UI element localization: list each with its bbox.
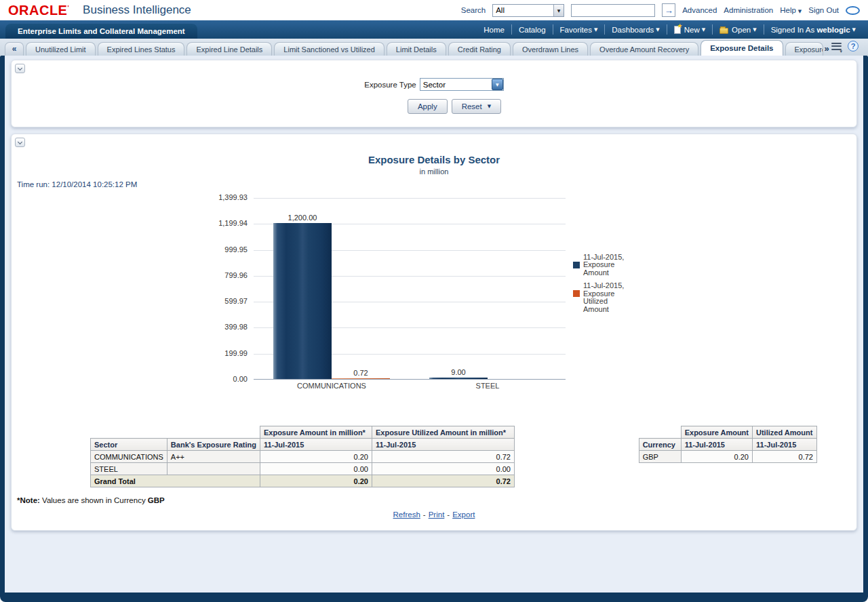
new-page-icon xyxy=(674,26,681,34)
tab-exposure-details-active[interactable]: Exposure Details xyxy=(701,40,783,56)
nav-home[interactable]: Home xyxy=(477,26,511,34)
group-header-exposure-amount: Exposure Amount in million* xyxy=(260,426,372,439)
y-axis-tick: 999.95 xyxy=(12,245,248,254)
bar-value-label: 0.72 xyxy=(318,369,403,377)
exposure-type-select[interactable]: Sector xyxy=(420,78,504,91)
signed-in-user: weblogic xyxy=(816,26,850,34)
tab-expired-line-details[interactable]: Expired Line Details xyxy=(186,42,272,56)
table-row: STEEL 0.00 0.00 xyxy=(91,463,515,475)
table-row: COMMUNICATIONS A++ 0.20 0.72 xyxy=(91,451,515,463)
legend-entry: 11-Jul-2015, Exposure Amount xyxy=(573,254,629,277)
report-panel: Exposure Details by Sector in million Ti… xyxy=(11,134,857,531)
navbar: Enterprise Limits and Collateral Managem… xyxy=(0,20,868,39)
bar-communications[interactable] xyxy=(273,223,332,379)
y-axis-tick: 599.97 xyxy=(12,297,248,305)
gridline xyxy=(254,198,566,199)
tab-limit-sanctioned-vs-utilized[interactable]: Limit Sanctioned vs Utilized xyxy=(274,42,384,56)
grand-total-row: Grand Total 0.20 0.72 xyxy=(91,475,515,487)
help-icon[interactable] xyxy=(848,41,859,52)
exposure-type-dropdown-icon[interactable] xyxy=(492,79,503,90)
exposure-type-label: Exposure Type xyxy=(364,81,416,89)
tabs-scroll-left-button[interactable]: « xyxy=(5,42,24,56)
signed-in-menu[interactable]: Signed In As weblogic xyxy=(764,26,863,34)
administration-link[interactable]: Administration xyxy=(724,6,773,14)
nav-catalog[interactable]: Catalog xyxy=(512,26,553,34)
sector-table-header-row: Sector Bank's Exposure Rating 11-Jul-201… xyxy=(91,439,515,451)
bar-communications[interactable] xyxy=(332,378,390,380)
currency-table: Exposure Amount Utilized Amount Currency… xyxy=(639,426,817,463)
search-go-button[interactable]: → xyxy=(662,3,675,17)
sector-table: Exposure Amount in million* Exposure Uti… xyxy=(90,426,515,487)
y-axis-tick: 799.96 xyxy=(12,271,248,279)
y-axis-tick: 1,399.93 xyxy=(12,193,248,201)
dashboard-content: Exposure Type Sector Apply Reset Exposur… xyxy=(0,56,868,602)
y-axis-tick: 1,199.94 xyxy=(12,219,248,227)
bar-steel[interactable] xyxy=(429,378,488,379)
chart-subtitle: in million xyxy=(12,167,856,176)
table-row: GBP 0.20 0.72 xyxy=(639,451,816,463)
page-options-icon[interactable] xyxy=(831,43,842,50)
legend-swatch-icon xyxy=(573,290,580,297)
legend-entry: 11-Jul-2015, Exposure Utilized Amount xyxy=(573,282,629,313)
legend-label: 11-Jul-2015, Exposure Amount xyxy=(583,254,629,277)
header-right: Search All → Advanced Administration Hel… xyxy=(461,3,860,17)
bar-value-label: 9.00 xyxy=(416,368,501,376)
dashboard-tabstrip: « Unutilized Limit Expired Lines Status … xyxy=(0,39,868,56)
open-folder-icon xyxy=(719,28,728,34)
apply-button[interactable]: Apply xyxy=(408,99,448,114)
tab-credit-rating[interactable]: Credit Rating xyxy=(448,42,511,56)
filter-panel: Exposure Type Sector Apply Reset xyxy=(11,60,857,127)
search-label: Search xyxy=(461,6,486,14)
product-title: Business Intelligence xyxy=(83,3,191,17)
group-header-currency-utilized: Utilized Amount xyxy=(753,426,817,439)
navbar-menu: Home Catalog Favorites Dashboards New Op… xyxy=(477,20,868,39)
collapse-report-panel-icon[interactable] xyxy=(15,138,25,147)
reset-button[interactable]: Reset xyxy=(452,99,501,114)
oracle-logo: ORACLE' xyxy=(8,3,69,18)
export-link[interactable]: Export xyxy=(452,510,475,519)
tab-overdue-amount-recovery[interactable]: Overdue Amount Recovery xyxy=(590,42,698,56)
report-tables: Exposure Amount in million* Exposure Uti… xyxy=(90,426,817,487)
tab-overdrawn-lines[interactable]: Overdrawn Lines xyxy=(513,42,588,56)
search-input[interactable] xyxy=(571,4,655,17)
currency-table-group-header-row: Exposure Amount Utilized Amount xyxy=(639,426,816,439)
nav-favorites[interactable]: Favorites xyxy=(553,26,605,34)
report-links: Refresh -Print -Export xyxy=(12,510,856,519)
tab-expired-lines-status[interactable]: Expired Lines Status xyxy=(98,42,185,56)
advanced-link[interactable]: Advanced xyxy=(682,6,717,14)
group-header-exposure-utilized: Exposure Utilized Amount in million* xyxy=(372,426,514,439)
exposure-type-row: Exposure Type Sector xyxy=(12,78,856,91)
tab-unutilized-limit[interactable]: Unutilized Limit xyxy=(26,42,96,56)
filter-buttons-row: Apply Reset xyxy=(32,99,868,114)
bar-chart: 1,399.931,199.94999.95799.96599.97399.98… xyxy=(12,188,856,401)
sector-table-group-header-row: Exposure Amount in million* Exposure Uti… xyxy=(91,426,515,439)
tabs-scroll-right-button[interactable]: » xyxy=(825,43,829,54)
oracle-mark-icon xyxy=(846,6,860,15)
dashboard-title-tab[interactable]: Enterprise Limits and Collateral Managem… xyxy=(5,24,197,39)
tabstrip-icons xyxy=(831,41,859,52)
currency-note: *Note: Values are shown in Currency GBP xyxy=(17,496,856,504)
x-axis-category-label: COMMUNICATIONS xyxy=(254,382,410,390)
x-axis-category-label: STEEL xyxy=(410,382,566,390)
search-scope-select[interactable]: All xyxy=(492,4,564,17)
search-scope-dropdown-icon[interactable] xyxy=(553,5,564,16)
sign-out-link[interactable]: Sign Out xyxy=(808,6,839,14)
top-header: ORACLE' Business Intelligence Search All… xyxy=(0,0,868,20)
chart-title: Exposure Details by Sector xyxy=(12,154,856,165)
time-run-label: Time run: 12/10/2014 10:25:12 PM xyxy=(17,180,856,188)
tab-limit-details[interactable]: Limit Details xyxy=(387,42,446,56)
help-menu[interactable]: Help xyxy=(780,6,802,14)
refresh-link[interactable]: Refresh xyxy=(393,510,420,519)
nav-new[interactable]: New xyxy=(667,26,712,34)
currency-table-header-row: Currency 11-Jul-2015 11-Jul-2015 xyxy=(639,439,816,451)
nav-dashboards[interactable]: Dashboards xyxy=(605,26,666,34)
nav-open[interactable]: Open xyxy=(713,26,764,34)
y-axis-tick: 399.98 xyxy=(12,323,248,331)
chart-plot: 1,200.000.72COMMUNICATIONS9.00STEEL xyxy=(254,198,566,380)
collapse-filter-panel-icon[interactable] xyxy=(15,64,25,73)
group-header-currency-exposure: Exposure Amount xyxy=(681,426,752,439)
tab-overflow-clipped[interactable]: Exposure Details 2 xyxy=(785,42,823,56)
legend-swatch-icon xyxy=(573,262,580,268)
print-link[interactable]: Print xyxy=(429,510,445,519)
bar-value-label: 1,200.00 xyxy=(260,214,345,222)
